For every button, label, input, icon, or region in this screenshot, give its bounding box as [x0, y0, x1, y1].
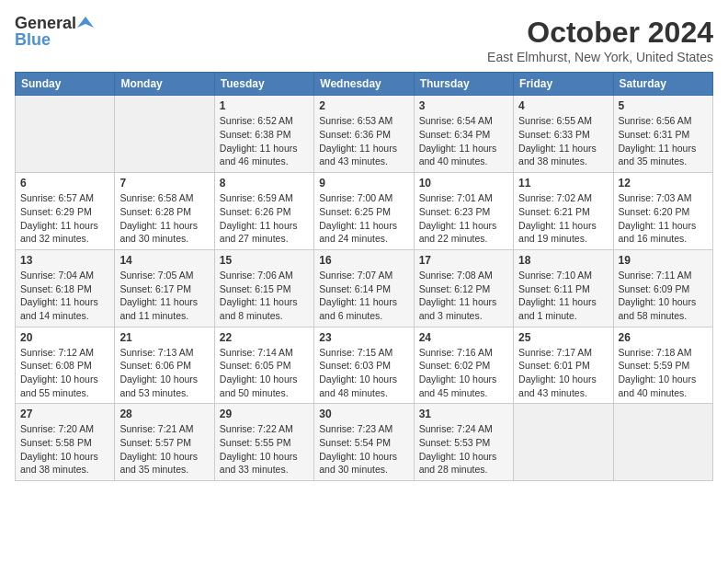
calendar-cell: 16Sunrise: 7:07 AM Sunset: 6:14 PM Dayli…	[314, 249, 414, 327]
logo: General Blue	[15, 15, 94, 48]
day-number: 19	[619, 254, 708, 267]
calendar-cell: 12Sunrise: 7:03 AM Sunset: 6:20 PM Dayli…	[613, 173, 712, 250]
calendar-table: SundayMondayTuesdayWednesdayThursdayFrid…	[15, 72, 713, 481]
day-info: Sunrise: 7:05 AM Sunset: 6:17 PM Dayligh…	[119, 269, 209, 323]
calendar-cell: 26Sunrise: 7:18 AM Sunset: 5:59 PM Dayli…	[613, 327, 712, 404]
calendar-cell: 19Sunrise: 7:11 AM Sunset: 6:09 PM Dayli…	[613, 249, 712, 327]
day-of-week-header: Wednesday	[314, 73, 414, 96]
day-info: Sunrise: 7:10 AM Sunset: 6:11 PM Dayligh…	[518, 269, 608, 323]
day-info: Sunrise: 7:13 AM Sunset: 6:06 PM Dayligh…	[119, 346, 209, 400]
calendar-cell: 18Sunrise: 7:10 AM Sunset: 6:11 PM Dayli…	[514, 249, 613, 327]
day-number: 3	[419, 99, 508, 112]
day-info: Sunrise: 7:06 AM Sunset: 6:15 PM Dayligh…	[220, 269, 309, 323]
day-info: Sunrise: 7:20 AM Sunset: 5:58 PM Dayligh…	[20, 422, 109, 477]
day-number: 18	[518, 254, 608, 267]
day-number: 12	[619, 177, 708, 190]
calendar-cell: 4Sunrise: 6:55 AM Sunset: 6:33 PM Daylig…	[514, 96, 613, 173]
calendar-cell: 31Sunrise: 7:24 AM Sunset: 5:53 PM Dayli…	[414, 404, 513, 481]
day-info: Sunrise: 7:07 AM Sunset: 6:14 PM Dayligh…	[319, 269, 408, 323]
day-info: Sunrise: 7:17 AM Sunset: 6:01 PM Dayligh…	[518, 346, 608, 400]
calendar-cell: 11Sunrise: 7:02 AM Sunset: 6:21 PM Dayli…	[514, 173, 613, 250]
day-info: Sunrise: 6:56 AM Sunset: 6:31 PM Dayligh…	[619, 114, 708, 168]
calendar-cell: 10Sunrise: 7:01 AM Sunset: 6:23 PM Dayli…	[414, 173, 513, 250]
day-number: 20	[20, 331, 109, 344]
calendar-week-row: 1Sunrise: 6:52 AM Sunset: 6:38 PM Daylig…	[16, 96, 713, 173]
day-info: Sunrise: 7:23 AM Sunset: 5:54 PM Dayligh…	[319, 422, 408, 477]
day-of-week-header: Saturday	[613, 73, 712, 96]
day-number: 30	[319, 408, 408, 420]
calendar-week-row: 20Sunrise: 7:12 AM Sunset: 6:08 PM Dayli…	[16, 327, 713, 404]
calendar-cell: 8Sunrise: 6:59 AM Sunset: 6:26 PM Daylig…	[214, 173, 313, 250]
day-number: 21	[119, 331, 209, 344]
day-info: Sunrise: 6:55 AM Sunset: 6:33 PM Dayligh…	[518, 114, 608, 168]
day-info: Sunrise: 7:11 AM Sunset: 6:09 PM Dayligh…	[619, 269, 708, 323]
day-info: Sunrise: 6:59 AM Sunset: 6:26 PM Dayligh…	[220, 191, 309, 246]
calendar-cell: 13Sunrise: 7:04 AM Sunset: 6:18 PM Dayli…	[16, 249, 115, 327]
calendar-cell	[115, 96, 214, 173]
day-info: Sunrise: 7:00 AM Sunset: 6:25 PM Dayligh…	[319, 191, 408, 246]
day-info: Sunrise: 7:22 AM Sunset: 5:55 PM Dayligh…	[220, 422, 309, 477]
logo-blue-text: Blue	[15, 31, 51, 48]
day-info: Sunrise: 7:21 AM Sunset: 5:57 PM Dayligh…	[119, 422, 209, 477]
calendar-cell: 3Sunrise: 6:54 AM Sunset: 6:34 PM Daylig…	[414, 96, 513, 173]
day-number: 31	[419, 408, 508, 420]
month-title: October 2024	[487, 15, 713, 50]
day-info: Sunrise: 7:14 AM Sunset: 6:05 PM Dayligh…	[220, 346, 309, 400]
title-block: October 2024 East Elmhurst, New York, Un…	[487, 15, 713, 64]
calendar-week-row: 6Sunrise: 6:57 AM Sunset: 6:29 PM Daylig…	[16, 173, 713, 250]
calendar-week-row: 27Sunrise: 7:20 AM Sunset: 5:58 PM Dayli…	[16, 404, 713, 481]
day-number: 2	[319, 99, 408, 112]
calendar-cell: 6Sunrise: 6:57 AM Sunset: 6:29 PM Daylig…	[16, 173, 115, 250]
svg-marker-0	[77, 17, 94, 28]
calendar-cell: 1Sunrise: 6:52 AM Sunset: 6:38 PM Daylig…	[214, 96, 313, 173]
calendar-cell: 29Sunrise: 7:22 AM Sunset: 5:55 PM Dayli…	[214, 404, 313, 481]
calendar-week-row: 13Sunrise: 7:04 AM Sunset: 6:18 PM Dayli…	[16, 249, 713, 327]
calendar-cell	[16, 96, 115, 173]
day-info: Sunrise: 6:58 AM Sunset: 6:28 PM Dayligh…	[119, 191, 209, 246]
calendar-cell: 17Sunrise: 7:08 AM Sunset: 6:12 PM Dayli…	[414, 249, 513, 327]
day-of-week-header: Monday	[115, 73, 214, 96]
day-number: 11	[518, 177, 608, 190]
day-number: 26	[619, 331, 708, 344]
day-number: 28	[119, 408, 209, 420]
day-info: Sunrise: 6:53 AM Sunset: 6:36 PM Dayligh…	[319, 114, 408, 168]
calendar-cell: 5Sunrise: 6:56 AM Sunset: 6:31 PM Daylig…	[613, 96, 712, 173]
calendar-cell: 20Sunrise: 7:12 AM Sunset: 6:08 PM Dayli…	[16, 327, 115, 404]
calendar-cell	[613, 404, 712, 481]
day-number: 13	[20, 254, 109, 267]
day-info: Sunrise: 7:02 AM Sunset: 6:21 PM Dayligh…	[518, 191, 608, 246]
day-number: 8	[220, 177, 309, 190]
day-info: Sunrise: 7:15 AM Sunset: 6:03 PM Dayligh…	[319, 346, 408, 400]
calendar-cell: 2Sunrise: 6:53 AM Sunset: 6:36 PM Daylig…	[314, 96, 414, 173]
location-text: East Elmhurst, New York, United States	[487, 50, 713, 64]
day-number: 27	[20, 408, 109, 420]
day-number: 16	[319, 254, 408, 267]
calendar-cell: 30Sunrise: 7:23 AM Sunset: 5:54 PM Dayli…	[314, 404, 414, 481]
calendar-cell: 27Sunrise: 7:20 AM Sunset: 5:58 PM Dayli…	[16, 404, 115, 481]
logo-bird-icon	[77, 15, 94, 31]
calendar-cell: 24Sunrise: 7:16 AM Sunset: 6:02 PM Dayli…	[414, 327, 513, 404]
day-info: Sunrise: 7:18 AM Sunset: 5:59 PM Dayligh…	[619, 346, 708, 400]
calendar-cell: 15Sunrise: 7:06 AM Sunset: 6:15 PM Dayli…	[214, 249, 313, 327]
day-number: 4	[518, 99, 608, 112]
page-header: General Blue October 2024 East Elmhurst,…	[15, 15, 713, 64]
day-info: Sunrise: 7:04 AM Sunset: 6:18 PM Dayligh…	[20, 269, 109, 323]
day-info: Sunrise: 7:01 AM Sunset: 6:23 PM Dayligh…	[419, 191, 508, 246]
day-number: 14	[119, 254, 209, 267]
day-number: 29	[220, 408, 309, 420]
calendar-cell: 14Sunrise: 7:05 AM Sunset: 6:17 PM Dayli…	[115, 249, 214, 327]
calendar-cell: 25Sunrise: 7:17 AM Sunset: 6:01 PM Dayli…	[514, 327, 613, 404]
day-number: 25	[518, 331, 608, 344]
day-info: Sunrise: 6:57 AM Sunset: 6:29 PM Dayligh…	[20, 191, 109, 246]
calendar-cell: 7Sunrise: 6:58 AM Sunset: 6:28 PM Daylig…	[115, 173, 214, 250]
calendar-cell: 9Sunrise: 7:00 AM Sunset: 6:25 PM Daylig…	[314, 173, 414, 250]
calendar-cell: 23Sunrise: 7:15 AM Sunset: 6:03 PM Dayli…	[314, 327, 414, 404]
calendar-cell: 21Sunrise: 7:13 AM Sunset: 6:06 PM Dayli…	[115, 327, 214, 404]
calendar-header-row: SundayMondayTuesdayWednesdayThursdayFrid…	[16, 73, 713, 96]
day-of-week-header: Tuesday	[214, 73, 313, 96]
day-number: 23	[319, 331, 408, 344]
calendar-cell: 28Sunrise: 7:21 AM Sunset: 5:57 PM Dayli…	[115, 404, 214, 481]
day-number: 7	[119, 177, 209, 190]
day-number: 17	[419, 254, 508, 267]
calendar-cell	[514, 404, 613, 481]
